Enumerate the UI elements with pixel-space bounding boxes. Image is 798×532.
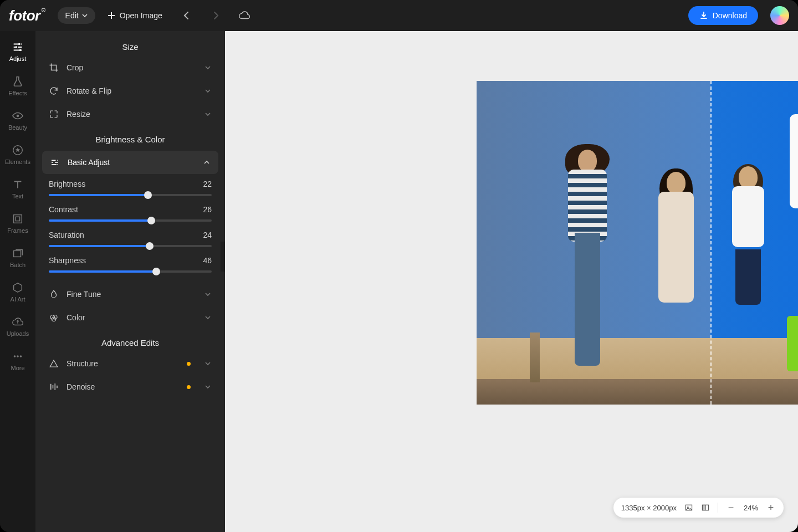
- redo-button[interactable]: [206, 6, 226, 25]
- sliders-icon: [12, 41, 24, 53]
- slider-thumb[interactable]: [147, 217, 155, 224]
- section-title-adv: Advanced Edits: [35, 329, 225, 352]
- slider-thumb[interactable]: [146, 242, 154, 250]
- color-row[interactable]: Color: [35, 306, 225, 329]
- rail-item-uploads[interactable]: Uploads: [0, 309, 35, 344]
- rail-item-more[interactable]: More: [0, 344, 35, 378]
- image-dimensions: 1335px × 2000px: [621, 504, 677, 512]
- slider-value: 46: [203, 256, 212, 265]
- sharpness-slider[interactable]: Sharpness46: [35, 253, 225, 278]
- cloud-upload-icon: [12, 316, 24, 328]
- slider-value: 24: [203, 231, 212, 239]
- zoom-out-button[interactable]: −: [726, 502, 736, 514]
- rail-item-beauty[interactable]: Beauty: [0, 103, 35, 137]
- slider-thumb[interactable]: [152, 268, 160, 275]
- chevron-down-icon: [204, 110, 212, 118]
- rotate-row[interactable]: Rotate & Flip: [35, 79, 225, 103]
- rail-item-text[interactable]: Text: [0, 172, 35, 206]
- app-root: fotor ® Edit Open Image Download: [0, 0, 798, 532]
- arrow-right-icon: [210, 10, 221, 21]
- color-label: Color: [66, 313, 85, 322]
- resize-label: Resize: [66, 110, 90, 119]
- arrow-left-icon: [181, 10, 192, 21]
- image-artboard[interactable]: [477, 81, 798, 405]
- crop-row[interactable]: Crop: [35, 56, 225, 79]
- slider-value: 26: [203, 205, 212, 214]
- undo-button[interactable]: [177, 6, 197, 25]
- dots-icon: [12, 350, 24, 362]
- edit-dropdown[interactable]: Edit: [58, 7, 95, 24]
- pro-badge: [187, 385, 191, 389]
- top-bar: fotor ® Edit Open Image Download: [0, 0, 798, 31]
- svg-rect-5: [14, 215, 22, 223]
- zoom-in-button[interactable]: +: [766, 502, 776, 514]
- chevron-down-icon: [204, 360, 212, 367]
- compare-divider[interactable]: [710, 81, 712, 405]
- open-image-button[interactable]: Open Image: [100, 11, 170, 20]
- left-rail: Adjust Effects Beauty Elements Text Fram…: [0, 31, 35, 532]
- slider-label: Saturation: [49, 231, 84, 239]
- pro-badge: [187, 362, 191, 366]
- fine-tune-row[interactable]: Fine Tune: [35, 283, 225, 306]
- rail-item-frames[interactable]: Frames: [0, 206, 35, 241]
- chevron-down-icon: [204, 87, 212, 95]
- resize-row[interactable]: Resize: [35, 103, 225, 126]
- structure-row[interactable]: Structure: [35, 352, 225, 375]
- rail-item-adjust[interactable]: Adjust: [0, 34, 35, 69]
- cloud-button[interactable]: [234, 6, 254, 25]
- chevron-down-icon: [82, 13, 88, 18]
- rail-label: Effects: [8, 90, 27, 96]
- canvas-area[interactable]: 1335px × 2000px − 24% +: [225, 31, 798, 532]
- svg-point-0: [18, 43, 21, 45]
- rail-item-effects[interactable]: Effects: [0, 69, 35, 103]
- logo: fotor ®: [9, 7, 45, 24]
- plus-icon: [108, 12, 115, 19]
- rail-label: Adjust: [9, 55, 27, 62]
- zoom-value: 24%: [744, 504, 758, 512]
- fine-tune-label: Fine Tune: [66, 290, 101, 299]
- basic-adjust-row[interactable]: Basic Adjust: [42, 151, 218, 174]
- logo-text: fotor: [9, 7, 40, 24]
- edit-label: Edit: [65, 11, 79, 20]
- palette-icon: [49, 313, 59, 323]
- denoise-row[interactable]: Denoise: [35, 375, 225, 398]
- rail-label: Batch: [10, 262, 25, 268]
- rail-item-elements[interactable]: Elements: [0, 137, 35, 172]
- adjust-icon: [50, 157, 60, 167]
- download-button[interactable]: Download: [688, 6, 758, 25]
- svg-point-10: [20, 355, 22, 357]
- saturation-slider[interactable]: Saturation24: [35, 227, 225, 253]
- app-body: Adjust Effects Beauty Elements Text Fram…: [0, 31, 798, 532]
- rail-label: Beauty: [8, 124, 27, 131]
- avatar[interactable]: [770, 6, 789, 25]
- open-image-label: Open Image: [120, 11, 162, 20]
- svg-point-2: [19, 49, 22, 52]
- svg-point-9: [17, 355, 19, 357]
- rotate-label: Rotate & Flip: [66, 86, 111, 95]
- rail-item-batch[interactable]: Batch: [0, 241, 35, 275]
- chevron-down-icon: [204, 290, 212, 298]
- cloud-icon: [238, 9, 250, 22]
- slider-label: Contrast: [49, 205, 78, 214]
- panel-collapse-handle[interactable]: [221, 242, 225, 272]
- rail-item-aiart[interactable]: AI Art: [0, 275, 35, 309]
- logo-registered: ®: [42, 7, 45, 13]
- contrast-slider[interactable]: Contrast26: [35, 202, 225, 227]
- basic-adjust-label: Basic Adjust: [68, 158, 110, 167]
- drop-icon: [49, 289, 59, 299]
- rail-label: Uploads: [7, 330, 29, 337]
- rail-label: Text: [12, 193, 23, 200]
- brightness-slider[interactable]: Brightness22: [35, 176, 225, 202]
- slider-thumb[interactable]: [144, 191, 152, 199]
- compare-icon[interactable]: [701, 503, 710, 512]
- section-title-bc: Brightness & Color: [35, 126, 225, 149]
- star-circle-icon: [12, 144, 24, 156]
- rail-label: Frames: [7, 227, 28, 234]
- slider-label: Sharpness: [49, 256, 86, 265]
- image-icon[interactable]: [684, 503, 693, 512]
- svg-rect-7: [14, 250, 21, 257]
- svg-rect-6: [16, 217, 19, 221]
- crop-icon: [49, 63, 59, 73]
- hexagon-icon: [12, 282, 24, 294]
- download-icon: [699, 11, 708, 20]
